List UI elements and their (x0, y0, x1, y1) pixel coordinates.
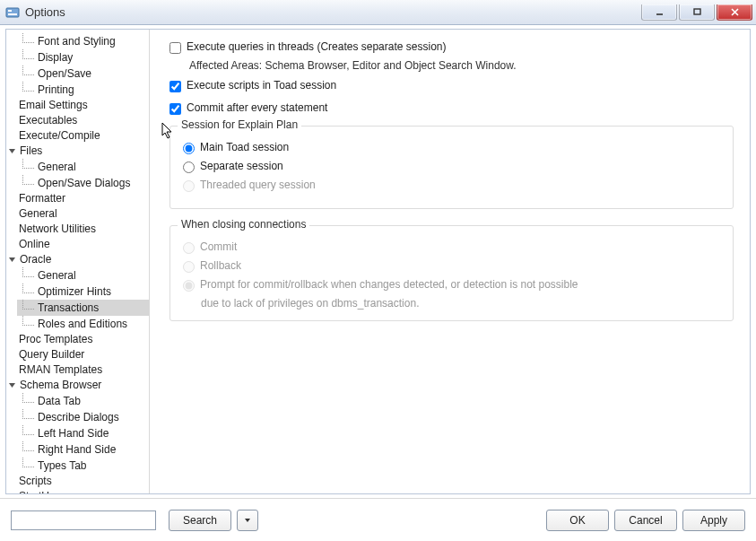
settings-panel: Execute queries in threads (Creates sepa… (150, 30, 750, 493)
tree-item[interactable]: General (17, 267, 149, 284)
tree-item[interactable]: StartUp (17, 489, 149, 493)
window-title: Options (25, 5, 639, 19)
radio-prompt (183, 280, 195, 292)
tree-item[interactable]: Data Tab (17, 393, 149, 409)
collapse-icon[interactable] (8, 256, 16, 264)
tree-item[interactable]: Open/Save (17, 65, 149, 82)
tree-item[interactable]: Executables (17, 113, 149, 128)
execute-threads-subtext: Affected Areas: Schema Browser, Editor a… (189, 59, 734, 72)
search-button[interactable]: Search (169, 510, 231, 531)
search-options-dropdown[interactable] (237, 510, 258, 531)
radio-threaded-query-session (183, 180, 195, 192)
options-tree[interactable]: Font and Styling Display Open/Save Print… (6, 30, 150, 493)
tree-item[interactable]: Network Utilities (17, 222, 149, 237)
execute-scripts-checkbox[interactable] (169, 81, 181, 92)
group-title: When closing connections (178, 218, 309, 231)
radio-prompt-subtext: due to lack of privileges on dbms_transa… (201, 297, 720, 310)
svg-rect-1 (8, 10, 12, 12)
tree-item[interactable]: Optimizer Hints (17, 284, 149, 300)
tree-item[interactable]: Printing (17, 82, 149, 98)
search-input[interactable] (11, 510, 156, 530)
maximize-button[interactable] (679, 4, 715, 21)
tree-item[interactable]: General (17, 206, 149, 222)
tree-item[interactable]: Roles and Editions (17, 316, 149, 332)
group-title: Session for Explain Plan (178, 118, 301, 131)
radio-separate-session[interactable] (183, 161, 195, 173)
tree-item[interactable]: Online (17, 237, 149, 252)
window-buttons (639, 4, 752, 21)
ok-button[interactable]: OK (546, 510, 609, 531)
tree-item[interactable]: RMAN Templates (17, 362, 149, 378)
radio-label: Commit (200, 240, 237, 253)
radio-main-toad-session[interactable] (183, 143, 195, 154)
svg-rect-2 (8, 13, 17, 15)
execute-threads-label: Execute queries in threads (Creates sepa… (187, 40, 446, 53)
tree-label: Oracle (20, 252, 51, 267)
tree-item[interactable]: Scripts (17, 474, 149, 489)
app-icon (5, 5, 20, 20)
tree-item[interactable]: Formatter (17, 191, 149, 206)
group-session-explain-plan: Session for Explain Plan Main Toad sessi… (169, 126, 734, 209)
apply-button[interactable]: Apply (682, 510, 745, 531)
close-button[interactable] (717, 4, 752, 21)
tree-item[interactable]: General (17, 159, 149, 175)
svg-rect-3 (694, 9, 700, 14)
radio-label: Threaded query session (200, 179, 316, 191)
tree-item[interactable]: Types Tab (17, 458, 149, 474)
execute-scripts-label: Execute scripts in Toad session (187, 79, 336, 92)
titlebar: Options (0, 0, 756, 25)
radio-rollback (183, 261, 195, 273)
tree-item[interactable]: Email Settings (17, 98, 149, 113)
radio-label: Separate session (200, 160, 283, 172)
tree-item[interactable]: Left Hand Side (17, 425, 149, 441)
tree-item[interactable]: Proc Templates (17, 332, 149, 347)
bottom-bar: Search OK Cancel Apply (0, 498, 756, 541)
radio-label: Main Toad session (200, 141, 289, 153)
tree-item[interactable]: Execute/Compile (17, 128, 149, 144)
tree-item[interactable]: Display (17, 49, 149, 65)
tree-label: Files (20, 144, 42, 159)
tree-item-oracle[interactable]: Oracle (17, 252, 149, 267)
cancel-button[interactable]: Cancel (614, 510, 677, 531)
minimize-button[interactable] (641, 4, 677, 21)
group-closing-connections: When closing connections Commit Rollback… (169, 225, 734, 321)
tree-item[interactable]: Describe Dialogs (17, 409, 149, 425)
tree-label: Schema Browser (20, 378, 101, 393)
tree-item-transactions[interactable]: Transactions (17, 300, 149, 316)
radio-label: Rollback (200, 259, 241, 272)
collapse-icon[interactable] (8, 381, 16, 389)
tree-item[interactable]: Right Hand Side (17, 441, 149, 458)
tree-group-editor: Font and Styling Display Open/Save Print… (17, 33, 149, 98)
tree-item-schema-browser[interactable]: Schema Browser (17, 378, 149, 393)
svg-rect-0 (6, 8, 19, 17)
tree-item[interactable]: Query Builder (17, 347, 149, 362)
tree-item[interactable]: Font and Styling (17, 33, 149, 49)
tree-item[interactable]: Open/Save Dialogs (17, 175, 149, 191)
commit-every-checkbox[interactable] (169, 103, 181, 115)
tree-item-files[interactable]: Files (17, 144, 149, 159)
commit-every-label: Commit after every statement (187, 101, 327, 114)
execute-threads-checkbox[interactable] (169, 42, 181, 54)
radio-label: Prompt for commit/rollback when changes … (200, 278, 578, 291)
collapse-icon[interactable] (8, 147, 16, 155)
radio-commit (183, 242, 195, 254)
